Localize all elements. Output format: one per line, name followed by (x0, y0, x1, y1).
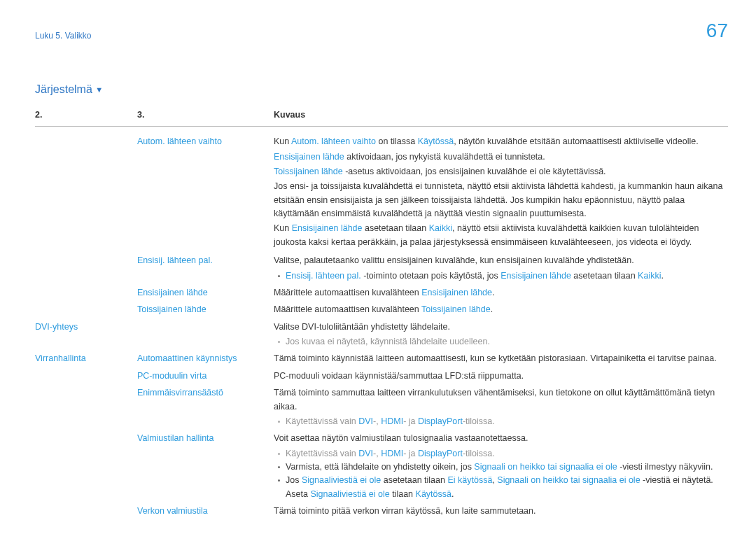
desc-line: Valitse DVI-tuloliitäntään yhdistetty lä… (274, 321, 728, 334)
table-row: Valmiustilan hallinta Voit asettaa näytö… (35, 429, 728, 502)
setting-dvi-connection: DVI-yhteys (35, 321, 137, 349)
table-row: Toissijainen lähde Määrittele automaatti… (35, 300, 728, 317)
expand-triangle-icon: ▼ (95, 85, 103, 94)
section-title: Järjestelmä ▼ (35, 81, 728, 99)
list-item: Käytettävissä vain DVI-, HDMI- ja Displa… (274, 447, 728, 461)
desc-line: Valitse, palautetaanko valittu ensisijai… (274, 254, 728, 267)
table-body: Autom. lähteen vaihto Kun Autom. lähteen… (35, 132, 728, 519)
bullet-icon (278, 275, 280, 277)
desc-line: Tämä toiminto sammuttaa laitteen virrank… (274, 386, 728, 414)
setting-max-power-saving: Enimmäisvirransäästö (137, 386, 274, 428)
table-row: Enimmäisvirransäästö Tämä toiminto sammu… (35, 384, 728, 429)
list-item: Ensisij. lähteen pal. -toiminto otetaan … (274, 269, 728, 283)
desc-line: Voit asettaa näytön valmiustilaan tulosi… (274, 432, 728, 445)
setting-secondary-source: Toissijainen lähde (137, 303, 274, 316)
setting-pc-module-power: PC-moduulin virta (137, 370, 274, 383)
setting-standby-control: Valmiustilan hallinta (137, 432, 274, 501)
desc-line: Kun Ensisijainen lähde asetetaan tilaan … (274, 222, 728, 249)
setting-primary-source: Ensisijainen lähde (137, 286, 274, 300)
header-col-2: 2. (35, 108, 137, 122)
table-row: Virranhallinta Automaattinen käynnistys … (35, 349, 728, 366)
list-item: Varmista, että lähdelaite on yhdistetty … (274, 461, 728, 474)
desc-line: Kun Autom. lähteen vaihto on tilassa Käy… (274, 135, 728, 148)
setting-auto-source-switch: Autom. lähteen vaihto (137, 135, 274, 251)
desc-line: Jos ensi- ja toissijaista kuvalähdettä e… (274, 180, 728, 220)
table-row: PC-moduulin virta PC-moduuli voidaan käy… (35, 367, 728, 384)
table-row: DVI-yhteys Valitse DVI-tuloliitäntään yh… (35, 318, 728, 350)
bullet-icon (278, 341, 280, 343)
desc-line: Toissijainen lähde -asetus aktivoidaan, … (274, 165, 728, 178)
list-item: Jos kuvaa ei näytetä, käynnistä lähdelai… (274, 335, 728, 349)
bullet-icon (278, 421, 280, 423)
setting-primary-source-restore: Ensisij. lähteen pal. (137, 254, 274, 283)
desc-line: Tämä toiminto pitää verkon virran käytös… (274, 505, 728, 518)
desc-line: Tämä toiminto käynnistää laitteen automa… (274, 352, 728, 365)
setting-auto-power-on: Automaattinen käynnistys (137, 352, 274, 365)
table-header-row: 2. 3. Kuvaus (35, 108, 728, 127)
header-col-3: 3. (137, 108, 274, 122)
table-row: Ensisij. lähteen pal. Valitse, palauteta… (35, 251, 728, 283)
desc-line: Ensisijainen lähde aktivoidaan, jos nyky… (274, 150, 728, 164)
desc-line: Määrittele automaattisen kuvalähteen Ens… (274, 286, 728, 300)
table-row: Verkon valmiustila Tämä toiminto pitää v… (35, 502, 728, 519)
content-area: Järjestelmä ▼ 2. 3. Kuvaus Autom. lähtee… (35, 81, 728, 519)
table-row: Ensisijainen lähde Määrittele automaatti… (35, 283, 728, 300)
breadcrumb: Luku 5. Valikko (35, 29, 92, 43)
bullet-icon (278, 453, 280, 455)
desc-line: Määrittele automaattisen kuvalähteen Toi… (274, 303, 728, 316)
page-number: 67 (706, 15, 728, 45)
desc-line: PC-moduuli voidaan käynnistää/sammuttaa … (274, 370, 728, 383)
bullet-icon (278, 479, 280, 482)
table-row: Autom. lähteen vaihto Kun Autom. lähteen… (35, 132, 728, 251)
header-col-desc: Kuvaus (274, 108, 728, 122)
list-item: Jos Signaaliviestiä ei ole asetetaan til… (274, 474, 728, 501)
setting-network-standby: Verkon valmiustila (137, 505, 274, 518)
section-title-text: Järjestelmä (35, 83, 92, 95)
list-item: Käytettävissä vain DVI-, HDMI- ja Displa… (274, 415, 728, 428)
setting-power-management: Virranhallinta (35, 352, 137, 365)
bullet-icon (278, 466, 280, 468)
